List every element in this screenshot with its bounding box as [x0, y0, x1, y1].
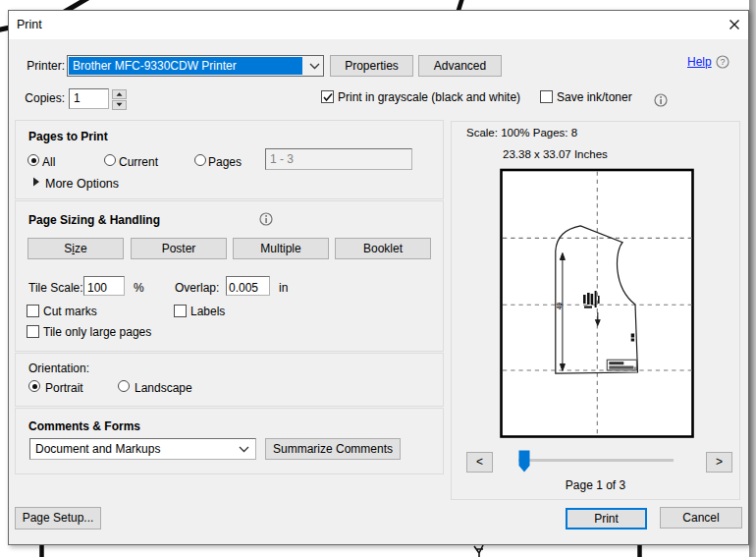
svg-text:?: ? — [720, 57, 725, 67]
svg-text:49: 49 — [556, 302, 563, 309]
